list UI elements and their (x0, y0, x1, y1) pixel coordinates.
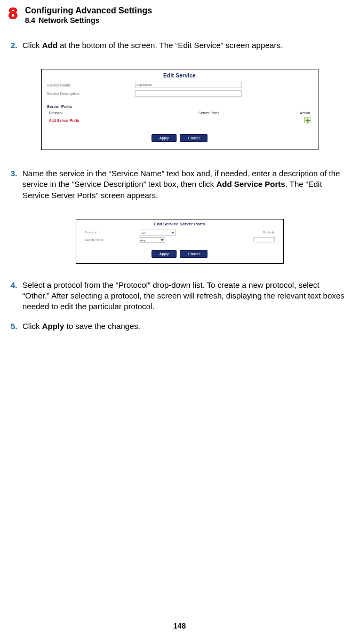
label-protocol: Protocol: (85, 231, 135, 234)
fig2-row-protocol: Protocol: TCP Exclude (85, 230, 275, 235)
label-exclude: Exclude (263, 231, 274, 234)
page-number: 148 (0, 622, 359, 630)
step-2: 2. Click Add at the bottom of the screen… (11, 40, 348, 51)
step-number: 4. (11, 280, 22, 312)
select-source-ports[interactable]: Any (139, 237, 165, 243)
fig1-title: Edit Service (42, 69, 318, 82)
add-icon[interactable] (304, 117, 310, 123)
header-titles: Configuring Advanced Settings 8.4Network… (25, 5, 153, 26)
fig1-table: Protocol Server Ports Action Add Server … (42, 110, 318, 129)
section-number: 8.4 (25, 16, 35, 25)
cancel-button[interactable]: Cancel (180, 250, 208, 258)
col-server-ports: Server Ports (140, 111, 278, 115)
bold-add: Add (42, 41, 58, 50)
fig1-form: Service Name: Application Service Descri… (42, 82, 318, 100)
fig2-title: Edit Service Server Ports (76, 219, 283, 230)
step-body: Name the service in the “Service Name” t… (22, 168, 348, 201)
apply-button[interactable]: Apply (151, 134, 177, 142)
step-number: 2. (11, 40, 22, 51)
select-protocol-value: TCP (140, 231, 147, 234)
fig1-row-name: Service Name: Application (47, 82, 313, 88)
step-number: 3. (11, 168, 22, 201)
select-protocol[interactable]: TCP (139, 230, 176, 235)
apply-button[interactable]: Apply (151, 250, 177, 258)
step-4: 4. Select a protocol from the “Protocol”… (11, 280, 348, 312)
steps-list: 2. Click Add at the bottom of the screen… (11, 40, 348, 332)
page-header: 8 Configuring Advanced Settings 8.4Netwo… (9, 5, 348, 26)
input-service-name[interactable]: Application (135, 82, 242, 88)
col-action: Action (278, 111, 310, 115)
step-text: Click (22, 41, 42, 50)
fig1-table-head: Protocol Server Ports Action (49, 110, 310, 116)
step-text: Select a protocol from the “Protocol” dr… (22, 280, 345, 311)
step-text: Click (22, 321, 42, 331)
step-3: 3. Name the service in the “Service Name… (11, 168, 348, 201)
bold-add-service-ports: Add Service Ports (216, 179, 285, 189)
col-protocol: Protocol (49, 111, 140, 115)
cancel-button[interactable]: Cancel (180, 134, 208, 142)
fig2-body: Protocol: TCP Exclude Source Ports: Any (76, 230, 283, 247)
step-text: at the bottom of the screen. The “Edit S… (58, 41, 283, 50)
select-source-value: Any (140, 239, 146, 242)
input-source-ports[interactable] (253, 237, 275, 242)
section-heading: 8.4Network Settings (25, 15, 153, 26)
step-body: Select a protocol from the “Protocol” dr… (22, 280, 348, 312)
label-service-description: Service Description: (47, 92, 130, 96)
figure-edit-service: Edit Service Service Name: Application S… (41, 69, 318, 150)
fig1-add-row: Add Server Ports (49, 116, 310, 127)
step-number: 5. (11, 321, 22, 332)
bold-apply: Apply (42, 321, 65, 331)
fig2-row-source: Source Ports: Any (85, 237, 275, 243)
fig2-buttons: Apply Cancel (76, 247, 283, 263)
input-service-description[interactable] (135, 90, 242, 97)
fig1-buttons: Apply Cancel (42, 129, 318, 150)
label-source-ports: Source Ports: (85, 238, 135, 241)
figure-1-wrap: Edit Service Service Name: Application S… (11, 69, 348, 150)
link-add-server-ports[interactable]: Add Server Ports (49, 119, 79, 122)
fig1-subheading: Server Ports (42, 100, 318, 110)
section-title: Network Settings (38, 16, 99, 25)
input-service-name-value: Application (137, 83, 152, 87)
chapter-title: Configuring Advanced Settings (25, 5, 153, 15)
figure-edit-service-server-ports: Edit Service Server Ports Protocol: TCP … (76, 219, 284, 264)
step-body: Click Apply to save the changes. (22, 321, 348, 332)
step-5: 5. Click Apply to save the changes. (11, 321, 348, 332)
step-text: to save the changes. (64, 321, 140, 331)
label-service-name: Service Name: (47, 83, 130, 87)
fig1-row-desc: Service Description: (47, 90, 313, 97)
step-body: Click Add at the bottom of the screen. T… (22, 40, 348, 51)
chapter-number: 8 (9, 5, 18, 21)
figure-2-wrap: Edit Service Server Ports Protocol: TCP … (11, 219, 348, 264)
